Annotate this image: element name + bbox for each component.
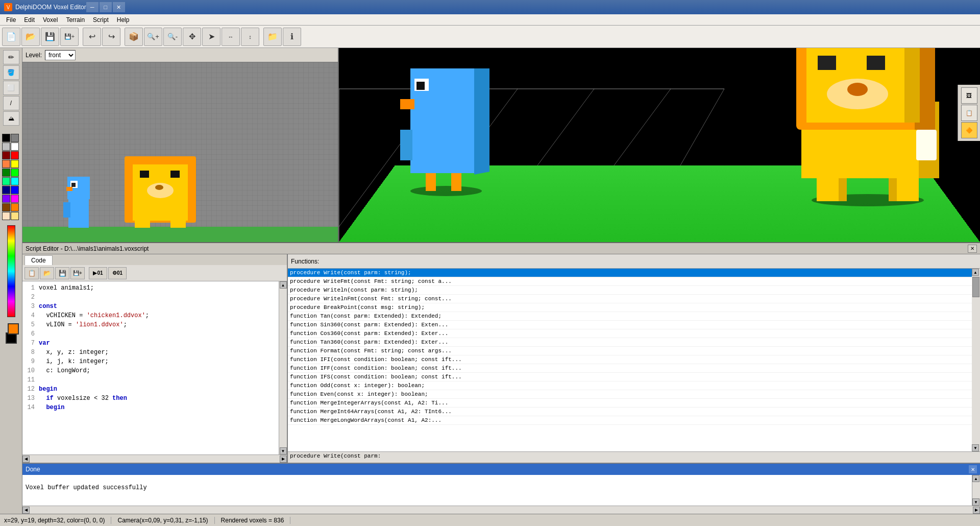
function-item[interactable]: procedure WritelnFmt(const Fmt: string; … xyxy=(288,295,972,303)
menu-edit[interactable]: Edit xyxy=(20,15,39,25)
color-swatch[interactable] xyxy=(11,195,19,203)
script-editor-content: Code 📋 📂 💾 💾+ ▶01 ⚙01 xyxy=(22,254,980,463)
code-scrollbar[interactable]: ▲ ▼ xyxy=(279,281,287,455)
function-item[interactable]: function Tan360(const parm: Extended): E… xyxy=(288,338,972,347)
flip-v-button[interactable]: ↕ xyxy=(241,28,259,46)
function-item[interactable]: function Even(const x: integer): boolean… xyxy=(288,390,972,399)
close-button[interactable]: ✕ xyxy=(113,2,125,12)
maximize-button[interactable]: □ xyxy=(100,2,112,12)
right-btn-1[interactable]: 🖼 xyxy=(961,87,977,104)
eraser-tool[interactable]: ⬜ xyxy=(3,81,19,95)
code-hscrollbar[interactable]: ◀ ▶ xyxy=(22,455,287,463)
color-swatch[interactable] xyxy=(11,212,19,220)
menu-voxel[interactable]: Voxel xyxy=(39,15,62,25)
script-editor-close[interactable]: ✕ xyxy=(968,245,977,253)
function-item[interactable]: function IFF(const condition: boolean; c… xyxy=(288,364,972,373)
code-line: 7 var xyxy=(24,339,277,348)
zoom-out-button[interactable]: 🔍- xyxy=(163,28,182,46)
function-item[interactable]: procedure BreakPoint(const msg: string); xyxy=(288,303,972,312)
color-swatch[interactable] xyxy=(2,186,10,194)
line-tool[interactable]: / xyxy=(3,96,19,110)
save-button[interactable]: 💾 xyxy=(41,28,59,46)
navigate-button[interactable]: ➤ xyxy=(202,28,220,46)
color-swatch[interactable] xyxy=(11,142,19,151)
code-save-as[interactable]: 💾+ xyxy=(70,267,85,279)
function-item[interactable]: function MergeInt64Arrays(const A1, A2: … xyxy=(288,408,972,416)
color-swatch[interactable] xyxy=(2,142,10,151)
function-item[interactable]: function IFS(const condition: boolean; c… xyxy=(288,373,972,381)
code-open[interactable]: 📂 xyxy=(40,267,54,279)
redo-button[interactable]: ↪ xyxy=(102,28,120,46)
code-run[interactable]: ▶01 xyxy=(89,267,107,279)
tab-code[interactable]: Code xyxy=(24,255,53,265)
gradient-bar[interactable] xyxy=(7,225,15,317)
function-item[interactable]: function Sin360(const parm: Extended): E… xyxy=(288,321,972,329)
color-swatch[interactable] xyxy=(11,186,19,194)
right-btn-2[interactable]: 📋 xyxy=(961,105,977,121)
output-scrollbar[interactable]: ▲ ▼ xyxy=(972,475,980,506)
function-item[interactable]: function IFI(const condition: boolean; c… xyxy=(288,355,972,364)
function-item[interactable]: function Format(const Fmt: string; const… xyxy=(288,347,972,355)
level-dropdown[interactable]: front back left right top bottom xyxy=(45,50,76,60)
code-save[interactable]: 💾 xyxy=(55,267,69,279)
color-swatch[interactable] xyxy=(2,169,10,177)
function-item[interactable]: function MergeIntegerArrays(const A1, A2… xyxy=(288,399,972,408)
function-item[interactable]: function Cos360(const parm: Extended): E… xyxy=(288,329,972,338)
color-swatch[interactable] xyxy=(11,151,19,159)
code-line: 8 x, y, z: integer; xyxy=(24,348,277,357)
flip-h-button[interactable]: ↔ xyxy=(222,28,240,46)
3d-chicken xyxy=(400,58,492,191)
color-swatch[interactable] xyxy=(2,160,10,168)
3d-lion xyxy=(796,48,939,201)
color-swatch[interactable] xyxy=(2,195,10,203)
menu-help[interactable]: Help xyxy=(113,15,134,25)
code-new[interactable]: 📋 xyxy=(24,267,39,279)
color-swatch[interactable] xyxy=(2,134,10,142)
color-swatch[interactable] xyxy=(11,169,19,177)
code-editor[interactable]: 1 voxel animals1; 2 3 const xyxy=(22,281,279,455)
open-button[interactable]: 📂 xyxy=(21,28,40,46)
right-btn-3[interactable]: 🔶 xyxy=(961,122,977,138)
current-fg-color[interactable] xyxy=(6,321,17,344)
color-swatch[interactable] xyxy=(2,212,10,220)
fill-tool[interactable]: 🪣 xyxy=(3,65,19,80)
color-swatch[interactable] xyxy=(2,151,10,159)
code-compile[interactable]: ⚙01 xyxy=(108,267,127,279)
function-item[interactable]: procedure WriteFmt(const Fmt: string; co… xyxy=(288,277,972,286)
terrain-tool[interactable]: ⛰ xyxy=(3,111,19,126)
functions-list[interactable]: procedure Write(const parm: string); pro… xyxy=(288,269,972,451)
function-item[interactable]: function Odd(const x: integer): boolean; xyxy=(288,381,972,390)
color-swatch[interactable] xyxy=(2,177,10,185)
menu-file[interactable]: File xyxy=(2,15,20,25)
functions-scrollbar[interactable]: ▲ ▼ xyxy=(972,269,980,451)
color-swatch[interactable] xyxy=(11,177,19,185)
script-editor: Script Editor - D:\...\imals1\animals1.v… xyxy=(22,242,980,514)
function-item[interactable]: procedure Write(const parm: string); xyxy=(288,269,972,277)
color-swatch[interactable] xyxy=(2,203,10,211)
menubar: File Edit Voxel Terrain Script Help xyxy=(0,14,980,26)
undo-button[interactable]: ↩ xyxy=(83,28,101,46)
code-line: 9 i, j, k: integer; xyxy=(24,357,277,366)
function-item[interactable]: procedure Writeln(const parm: string); xyxy=(288,286,972,295)
2d-view: Level: front back left right top bottom xyxy=(22,48,339,242)
zoom-in-button[interactable]: 🔍+ xyxy=(144,28,162,46)
color-swatch[interactable] xyxy=(11,134,19,142)
function-item[interactable]: function MergeLongWordArrays(const A1, A… xyxy=(288,416,972,425)
output-hscrollbar[interactable]: ◀ ▶ xyxy=(22,506,980,514)
export-button[interactable]: 📦 xyxy=(125,28,143,46)
color-swatch[interactable] xyxy=(11,160,19,168)
menu-terrain[interactable]: Terrain xyxy=(62,15,89,25)
2d-canvas[interactable] xyxy=(22,62,338,242)
move-button[interactable]: ✥ xyxy=(183,28,201,46)
minimize-button[interactable]: ─ xyxy=(86,2,99,12)
pencil-tool[interactable]: ✏ xyxy=(3,50,19,64)
info-button[interactable]: ℹ xyxy=(283,28,301,46)
function-item[interactable]: function Tan(const parm: Extended): Exte… xyxy=(288,312,972,321)
new-button[interactable]: 📄 xyxy=(2,28,20,46)
color-swatch[interactable] xyxy=(11,203,19,211)
3d-view[interactable] xyxy=(339,48,980,242)
menu-script[interactable]: Script xyxy=(89,15,113,25)
save-as-button[interactable]: 💾+ xyxy=(60,28,79,46)
open2-button[interactable]: 📁 xyxy=(263,28,282,46)
output-close[interactable]: ✕ xyxy=(969,465,977,473)
